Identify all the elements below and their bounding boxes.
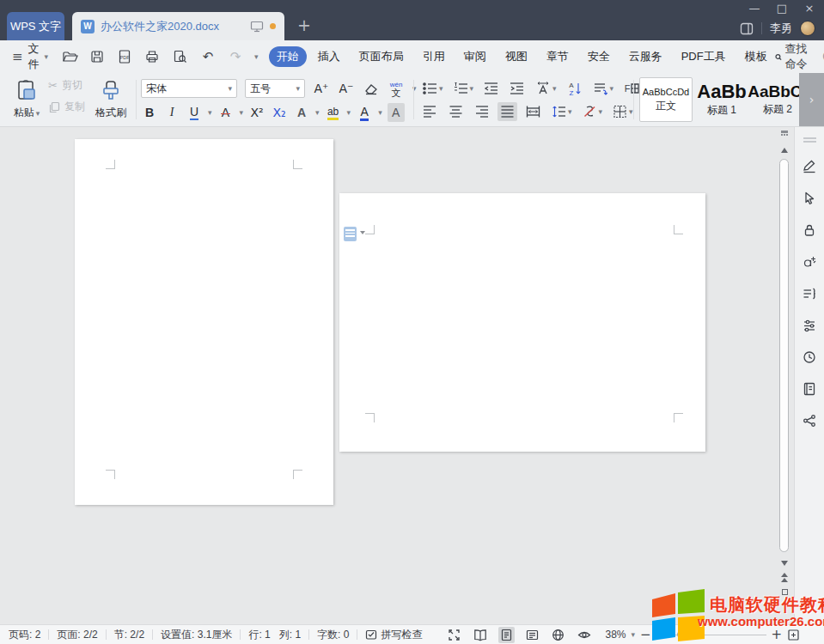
pen-edit-icon[interactable] bbox=[802, 159, 817, 174]
user-name[interactable]: 李勇 bbox=[770, 21, 792, 36]
strikethrough-dropdown-icon[interactable]: ▾ bbox=[240, 108, 244, 117]
page-settings-dropdown-icon[interactable] bbox=[360, 231, 365, 234]
italic-button[interactable]: I bbox=[163, 103, 180, 122]
share-to-screen-icon[interactable] bbox=[250, 20, 264, 33]
document-tab[interactable]: W 办公软件之家2020.docx bbox=[72, 12, 284, 40]
font-color-dropdown-icon[interactable]: ▾ bbox=[378, 108, 382, 117]
underline-button[interactable]: U bbox=[186, 103, 203, 122]
text-effects-dropdown-icon[interactable]: ▾ bbox=[315, 108, 320, 117]
notebook-icon[interactable] bbox=[802, 381, 817, 397]
navigation-pane-icon[interactable] bbox=[802, 286, 817, 301]
print-button[interactable] bbox=[144, 49, 162, 64]
align-justify-button[interactable] bbox=[497, 102, 517, 121]
status-word-count[interactable]: 字数: 0 bbox=[317, 628, 349, 642]
scrollbar-split-widget[interactable] bbox=[779, 131, 790, 136]
paste-button[interactable]: 粘贴▾ bbox=[7, 76, 46, 124]
align-right-button[interactable] bbox=[472, 102, 491, 121]
highlight-dropdown-icon[interactable]: ▾ bbox=[347, 108, 351, 117]
close-button[interactable]: × bbox=[802, 2, 817, 15]
subscript-button[interactable]: X₂ bbox=[271, 103, 288, 122]
highlight-button[interactable]: ab bbox=[325, 103, 342, 122]
char-shading-button[interactable]: A bbox=[388, 103, 405, 122]
align-left-button[interactable] bbox=[420, 102, 440, 121]
shading-button[interactable]: ▾ bbox=[580, 102, 605, 121]
fullscreen-view-button[interactable] bbox=[446, 627, 462, 643]
document-page-2[interactable] bbox=[339, 193, 705, 452]
page-settings-float-icon[interactable] bbox=[344, 227, 357, 241]
quick-access-dropdown-icon[interactable]: ▾ bbox=[254, 52, 259, 61]
fit-page-icon[interactable] bbox=[787, 629, 800, 641]
find-command-search[interactable]: 查找命令 bbox=[775, 41, 809, 72]
zoom-dropdown-icon[interactable]: ▾ bbox=[631, 630, 635, 639]
tab-references[interactable]: 引用 bbox=[415, 46, 453, 67]
scrollbar-thumb[interactable] bbox=[779, 159, 789, 552]
file-menu[interactable]: ≡ 文件 ▾ bbox=[12, 41, 48, 72]
clear-format-button[interactable] bbox=[363, 79, 380, 98]
status-page-number[interactable]: 页码: 2 bbox=[9, 628, 40, 642]
char-scale-button[interactable]: ▾ bbox=[533, 79, 558, 98]
avatar[interactable] bbox=[800, 21, 815, 36]
minimize-button[interactable]: — bbox=[747, 2, 762, 15]
web-view-button[interactable] bbox=[550, 627, 566, 643]
increase-font-button[interactable]: A⁺ bbox=[313, 79, 330, 98]
pinyin-guide-button[interactable]: wén 文 bbox=[388, 79, 405, 98]
document-page-1[interactable] bbox=[75, 139, 333, 505]
bullet-list-button[interactable]: ▾ bbox=[420, 79, 445, 98]
borders-button[interactable]: ▾ bbox=[610, 102, 635, 121]
lock-icon[interactable] bbox=[802, 222, 817, 238]
tab-section[interactable]: 章节 bbox=[539, 46, 577, 67]
line-spacing-button[interactable]: ▾ bbox=[549, 102, 574, 121]
tab-insert[interactable]: 插入 bbox=[310, 46, 348, 67]
zoom-level[interactable]: 38% bbox=[605, 629, 626, 641]
tab-page-layout[interactable]: 页面布局 bbox=[351, 46, 412, 67]
copy-button[interactable]: 复制 bbox=[48, 100, 85, 114]
spell-check-button[interactable]: 拼写检查 bbox=[365, 628, 422, 642]
decrease-indent-button[interactable] bbox=[481, 79, 501, 98]
tab-cloud[interactable]: 云服务 bbox=[621, 46, 670, 67]
undo-button[interactable]: ↶ bbox=[199, 49, 217, 64]
new-tab-button[interactable]: + bbox=[297, 17, 311, 33]
font-name-select[interactable]: 宋体 ▾ bbox=[141, 79, 237, 98]
tab-view[interactable]: 视图 bbox=[497, 46, 535, 67]
paragraph-layout-button[interactable]: ▾ bbox=[590, 79, 616, 98]
zoom-out-button[interactable]: − bbox=[640, 627, 651, 642]
book-view-button[interactable] bbox=[472, 627, 489, 643]
print-preview-button[interactable] bbox=[172, 49, 189, 64]
select-browse-object-button[interactable] bbox=[779, 589, 790, 595]
properties-sliders-icon[interactable] bbox=[802, 318, 817, 333]
numbered-list-button[interactable]: ▾ bbox=[451, 79, 476, 98]
style-heading2[interactable]: AaBbC( 标题 2 bbox=[751, 77, 804, 122]
app-tab-wps[interactable]: WPS 文字 bbox=[7, 12, 64, 40]
zoom-slider[interactable] bbox=[656, 629, 766, 641]
eye-protection-button[interactable] bbox=[576, 627, 593, 643]
font-color-button[interactable]: A bbox=[356, 103, 373, 122]
history-clock-icon[interactable] bbox=[802, 349, 817, 365]
export-pdf-button[interactable]: PDF bbox=[117, 49, 134, 64]
bold-button[interactable]: B bbox=[141, 103, 158, 122]
cursor-select-icon[interactable] bbox=[802, 191, 817, 206]
redo-button[interactable]: ↷ bbox=[227, 49, 244, 64]
previous-page-button[interactable] bbox=[779, 573, 790, 582]
vertical-scrollbar[interactable] bbox=[778, 129, 791, 610]
sort-button[interactable]: A Z bbox=[565, 79, 584, 98]
outline-view-button[interactable] bbox=[524, 627, 540, 643]
format-painter-button[interactable]: 格式刷 bbox=[89, 76, 132, 124]
tab-security[interactable]: 安全 bbox=[580, 46, 618, 67]
align-center-button[interactable] bbox=[446, 102, 466, 121]
status-setting-value[interactable]: 设置值: 3.1厘米 bbox=[161, 628, 232, 642]
sidebar-drag-handle[interactable] bbox=[803, 137, 816, 143]
translate-icon[interactable] bbox=[802, 254, 817, 270]
style-heading1[interactable]: AaBb 标题 1 bbox=[695, 77, 748, 122]
increase-indent-button[interactable] bbox=[507, 79, 527, 98]
style-gallery-more-button[interactable]: › bbox=[799, 73, 824, 126]
font-size-select[interactable]: 五号 ▾ bbox=[245, 79, 305, 98]
status-section[interactable]: 节: 2/2 bbox=[114, 628, 144, 642]
tab-home[interactable]: 开始 bbox=[269, 46, 307, 67]
page-view-button[interactable] bbox=[498, 627, 515, 643]
open-file-button[interactable] bbox=[62, 49, 79, 64]
tab-pdf-tools[interactable]: PDF工具 bbox=[674, 46, 734, 67]
text-effects-button[interactable]: A bbox=[293, 103, 310, 122]
superscript-button[interactable]: X² bbox=[248, 103, 266, 122]
scroll-down-button[interactable] bbox=[779, 561, 790, 566]
tab-review[interactable]: 审阅 bbox=[456, 46, 494, 67]
